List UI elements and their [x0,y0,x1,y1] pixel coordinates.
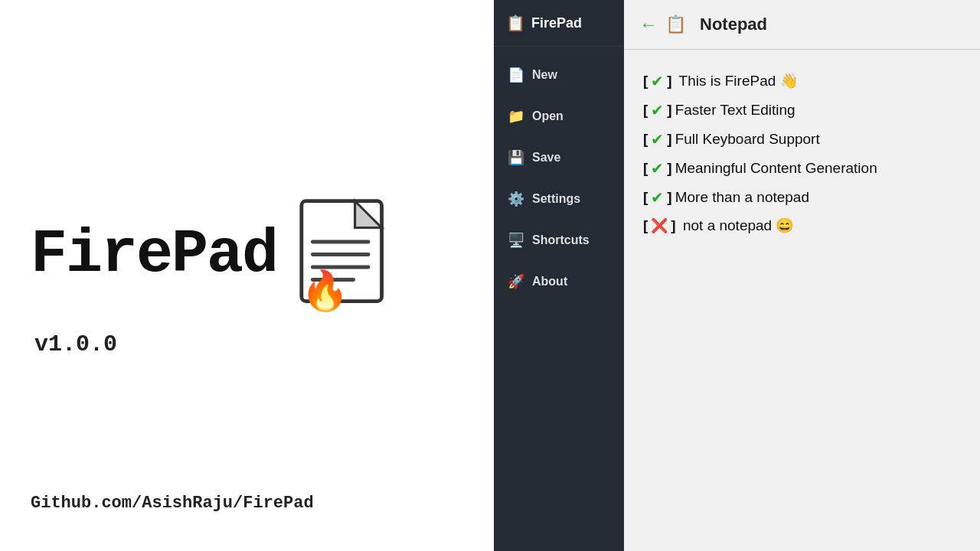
checklist-text-1: This is FirePad 👋 [675,70,799,93]
cross-icon-6: ❌ [651,215,668,237]
checklist-item-6: [ ❌ ] not a notepad 😄 [643,214,961,237]
check-icon-1: ✔ [651,69,664,93]
sidebar-label-about: About [532,275,567,289]
checklist-text-2: Faster Text Editing [675,99,795,122]
checklist-item-3: [ ✔ ] Full Keyboard Support [643,127,961,152]
app-title: FirePad [31,224,277,285]
app-title-container: FirePad 🔥 [31,194,448,316]
new-icon: 📄 [508,67,524,83]
checklist-text-3: Full Keyboard Support [675,128,820,151]
left-section: FirePad 🔥 v1.0.0 Github.com/AsishRaju/Fi… [0,0,494,551]
svg-text:🔥: 🔥 [301,268,349,314]
sidebar-item-shortcuts[interactable]: 🖥️ Shortcuts [494,220,624,261]
back-button[interactable]: ← [639,14,658,35]
sidebar: 📋 FirePad 📄 New 📁 Open 💾 Save ⚙️ Setting… [494,0,624,551]
open-icon: 📁 [508,108,524,125]
app-logo: 🔥 [292,194,400,316]
checklist-text-5: More than a notepad [675,186,809,209]
check-icon-2: ✔ [651,98,664,122]
sidebar-app-name: FirePad [531,15,582,31]
sidebar-item-settings[interactable]: ⚙️ Settings [494,178,624,220]
sidebar-header: 📋 FirePad [494,0,624,47]
sidebar-label-shortcuts: Shortcuts [532,233,590,247]
app-window: 📋 FirePad 📄 New 📁 Open 💾 Save ⚙️ Setting… [494,0,980,551]
sidebar-nav: 📄 New 📁 Open 💾 Save ⚙️ Settings 🖥️ Short… [494,47,624,302]
sidebar-item-open[interactable]: 📁 Open [494,96,624,137]
sidebar-label-settings: Settings [532,192,580,206]
sidebar-item-save[interactable]: 💾 Save [494,137,624,178]
sidebar-label-new: New [532,68,557,82]
sidebar-app-icon: 📋 [506,14,525,32]
checklist-item-5: [ ✔ ] More than a notepad [643,185,961,210]
about-icon: 🚀 [508,273,524,290]
check-icon-5: ✔ [651,185,664,210]
checklist-item-2: [ ✔ ] Faster Text Editing [643,98,961,122]
checklist-item-4: [ ✔ ] Meaningful Content Generation [643,156,961,181]
check-icon-3: ✔ [651,127,664,152]
github-link: Github.com/AsishRaju/FirePad [31,494,314,513]
sidebar-label-open: Open [532,109,564,123]
main-panel: ← 📋 Notepad [ ✔ ] This is FirePad 👋 [ ✔ … [624,0,980,551]
main-content: [ ✔ ] This is FirePad 👋 [ ✔ ] Faster Tex… [624,50,980,551]
app-version: v1.0.0 [34,331,448,357]
checklist-item-1: [ ✔ ] This is FirePad 👋 [643,69,961,93]
checklist-text-4: Meaningful Content Generation [675,157,877,180]
main-title: Notepad [700,15,767,34]
sidebar-label-save: Save [532,151,560,165]
shortcuts-icon: 🖥️ [508,232,524,249]
main-header: ← 📋 Notepad [624,0,980,50]
sidebar-item-about[interactable]: 🚀 About [494,261,624,302]
check-icon-4: ✔ [651,156,664,181]
checklist-text-6: not a notepad 😄 [679,214,795,237]
settings-icon: ⚙️ [508,191,524,207]
main-title-icon: 📋 [665,15,686,34]
sidebar-item-new[interactable]: 📄 New [494,54,624,96]
save-icon: 💾 [508,149,524,166]
